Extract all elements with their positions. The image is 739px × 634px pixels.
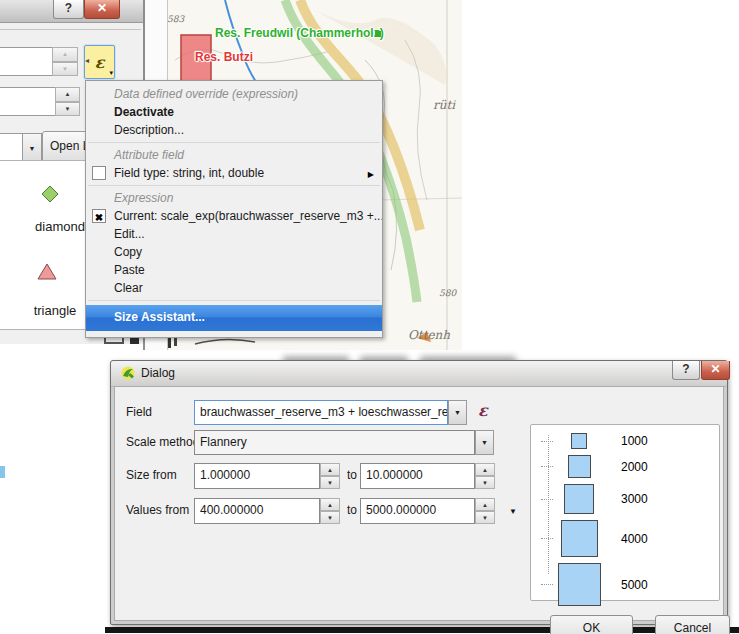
map-label-butzi: Res. Butzi — [195, 50, 253, 64]
spin-down-icon[interactable]: ▼ — [475, 511, 495, 524]
dialog-close-button[interactable]: ✕ — [701, 361, 730, 380]
preview-row-1000: 1000 — [531, 430, 719, 452]
size-from-input[interactable]: 1.000000 — [194, 463, 320, 489]
expression-epsilon-icon[interactable]: ε — [478, 401, 488, 420]
menu-item-clear[interactable]: Clear — [86, 279, 382, 297]
spin-up-icon[interactable]: ▲ — [475, 498, 495, 511]
panel-divider — [0, 29, 141, 30]
field-combo[interactable]: brauchwasser_reserve_m3 + loeschwasser_r… — [194, 400, 448, 425]
map-annotation: 580 — [439, 288, 456, 298]
spin-down-icon[interactable]: ▼ — [52, 62, 78, 77]
checkbox-icon: ✖ — [92, 209, 106, 223]
menu-item-current-expression[interactable]: ✖ Current: scale_exp(brauchwasser_reserv… — [86, 207, 382, 225]
spin-buttons: ▲ ▼ — [55, 87, 80, 116]
values-from-input[interactable]: 400.000000 — [194, 498, 320, 524]
menu-header-expression: Expression — [86, 189, 382, 207]
to-label: to — [347, 468, 357, 482]
help-button[interactable]: ? — [53, 0, 84, 19]
spin-buttons: ▲ ▼ — [475, 463, 495, 489]
window-bottom-edge — [105, 627, 739, 633]
dd-dropdown-arrow-icon: ▾ — [109, 69, 113, 77]
map-label-freudwil: Res. Freudwil (Chammerholz) — [215, 26, 384, 40]
partial-symbol-icon — [0, 466, 5, 478]
menu-item-field-type[interactable]: Field type: string, int, double ▶ — [86, 164, 382, 182]
field-combo-arrow-icon[interactable]: ▼ — [448, 400, 467, 425]
qgis-logo-icon — [120, 365, 136, 381]
field-label: Field — [126, 405, 152, 419]
menu-header-data-defined-override: Data defined override (expression) — [86, 85, 382, 103]
size-to-input[interactable]: 10.000000 — [360, 463, 475, 489]
spin-up-icon[interactable]: ▲ — [475, 463, 495, 476]
spin-down-icon[interactable]: ▼ — [55, 102, 80, 117]
preview-row-5000: 5000 — [531, 560, 719, 609]
spin-up-icon[interactable]: ▲ — [320, 498, 340, 511]
menu-item-paste[interactable]: Paste — [86, 261, 382, 279]
tick-mark-icon — [541, 466, 553, 467]
dialog-title: Dialog — [141, 366, 175, 380]
spin-up-icon[interactable]: ▲ — [52, 47, 78, 62]
preview-row-3000: 3000 — [531, 481, 719, 517]
menu-item-edit[interactable]: Edit... — [86, 225, 382, 243]
spin-down-icon[interactable]: ▼ — [475, 476, 495, 489]
checkbox-icon — [92, 166, 106, 180]
ok-button[interactable]: OK — [550, 615, 633, 634]
screenshot-stage: Res. Freudwil (Chammerholz)Res. Butzi 58… — [0, 0, 739, 634]
spin-up-icon[interactable]: ▲ — [320, 463, 340, 476]
values-from-label: Values from — [126, 503, 189, 517]
scale-method-label: Scale method — [126, 435, 199, 449]
preview-row-2000: 2000 — [531, 452, 719, 481]
close-button[interactable]: ✕ — [84, 0, 120, 19]
scale-combo-arrow-icon[interactable]: ▼ — [475, 430, 494, 455]
epsilon-icon: ε — [95, 53, 105, 72]
menu-separator — [88, 185, 380, 186]
tick-mark-icon — [541, 499, 553, 500]
triangle-symbol-icon[interactable] — [37, 263, 57, 280]
menu-item-deactivate[interactable]: Deactivate — [86, 103, 382, 121]
to-label: to — [347, 503, 357, 517]
values-to-input[interactable]: 5000.000000 — [360, 498, 475, 524]
menu-header-attribute-field: Attribute field — [86, 146, 382, 164]
dialog-help-button[interactable]: ? — [672, 361, 700, 380]
menu-item-size-assistant[interactable]: Size Assistant... — [86, 305, 382, 331]
map-annotation: rüti — [433, 98, 455, 112]
preview-square-icon — [558, 563, 601, 606]
dialog-titlebar[interactable]: Dialog ? ✕ — [111, 361, 727, 387]
diamond-symbol-icon[interactable] — [41, 185, 59, 203]
preview-square-icon — [564, 484, 594, 514]
data-defined-override-button[interactable]: ◂ ε ▾ — [84, 45, 115, 79]
submenu-arrow-icon: ▶ — [368, 168, 374, 182]
dd-left-arrow-icon: ◂ — [85, 56, 89, 65]
spin-buttons: ▲ ▼ — [320, 463, 340, 489]
values-dropdown-icon[interactable]: ▼ — [509, 507, 517, 516]
map-annotation: Ottenh — [408, 328, 450, 342]
spin-buttons: ▲ ▼ — [320, 498, 340, 524]
reservoir-marker-icon — [375, 31, 381, 37]
preview-square-icon — [568, 455, 591, 478]
spin-down-icon[interactable]: ▼ — [320, 511, 340, 524]
preview-square-icon — [561, 520, 598, 557]
spin-buttons: ▲ ▼ — [475, 498, 495, 524]
menu-item-copy[interactable]: Copy — [86, 243, 382, 261]
scale-method-combo[interactable]: Flannery — [194, 430, 475, 455]
size-from-label: Size from — [126, 468, 177, 482]
tick-mark-icon — [541, 441, 553, 442]
symbol-label-triangle[interactable]: triangle — [15, 303, 95, 318]
menu-item-description[interactable]: Description... — [86, 121, 382, 139]
data-defined-context-menu: Data defined override (expression) Deact… — [85, 80, 383, 338]
dialog-body: Field brauchwasser_reserve_m3 + loeschwa… — [114, 386, 724, 621]
combo-arrow-icon[interactable]: ▼ — [22, 133, 42, 163]
style-combo[interactable] — [0, 133, 23, 161]
spin-up-icon[interactable]: ▲ — [55, 87, 80, 102]
size-spinbox-disabled[interactable] — [0, 47, 53, 76]
size-assistant-dialog: Dialog ? ✕ Field brauchwasser_reserve_m3… — [110, 360, 728, 625]
spin-buttons: ▲ ▼ — [52, 47, 78, 76]
cancel-button[interactable]: Cancel — [655, 615, 730, 634]
angle-spinbox[interactable] — [0, 87, 56, 116]
tick-mark-icon — [541, 538, 553, 539]
size-preview-panel: 1000 2000 3000 — [530, 424, 720, 601]
menu-separator — [88, 142, 380, 143]
preview-square-icon — [571, 433, 587, 449]
tick-mark-icon — [541, 584, 553, 585]
preview-row-4000: 4000 — [531, 517, 719, 560]
spin-down-icon[interactable]: ▼ — [320, 476, 340, 489]
